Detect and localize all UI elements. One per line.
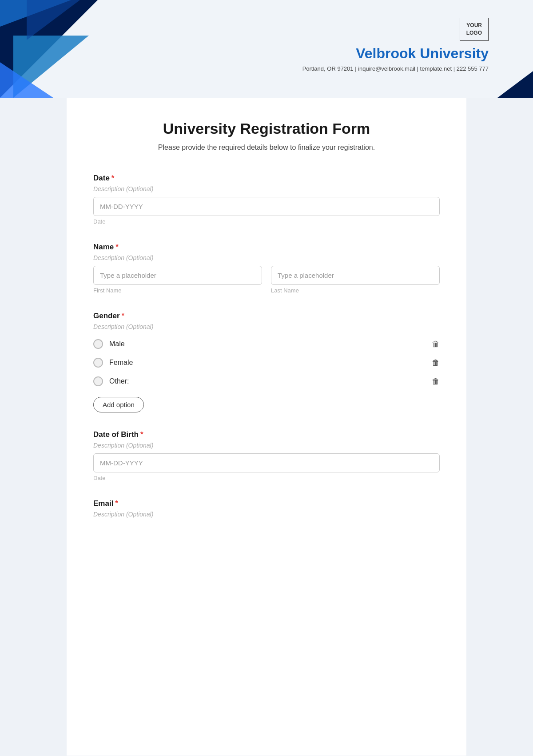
gender-option-female: Female 🗑 [93, 353, 440, 372]
date-sublabel: Date [93, 218, 440, 225]
gender-section: Gender* Description (Optional) Male 🗑 Fe… [93, 312, 440, 412]
radio-female-label: Female [109, 359, 133, 367]
dob-input[interactable] [93, 453, 440, 472]
add-option-button[interactable]: Add option [93, 397, 144, 412]
university-name: Velbrook University [302, 45, 489, 62]
date-section: Date* Description (Optional) Date [93, 174, 440, 225]
delete-male-icon[interactable]: 🗑 [432, 340, 440, 349]
gender-option-male: Male 🗑 [93, 335, 440, 353]
first-name-input[interactable] [93, 266, 262, 285]
last-name-col: Last Name [271, 266, 440, 294]
page-header: YOUR LOGO Velbrook University Portland, … [0, 0, 533, 98]
date-label: Date* [93, 174, 440, 183]
dob-description: Description (Optional) [93, 442, 440, 449]
email-label: Email* [93, 499, 440, 508]
radio-other-label: Other: [109, 377, 129, 385]
header-left-decoration [0, 0, 133, 98]
name-section: Name* Description (Optional) First Name … [93, 243, 440, 294]
radio-male-label: Male [109, 340, 125, 348]
email-section: Email* Description (Optional) [93, 499, 440, 518]
form-title: University Registration Form [93, 120, 440, 137]
gender-required: * [122, 312, 125, 320]
header-right-decoration [497, 71, 533, 98]
dob-required: * [140, 430, 143, 439]
name-required: * [115, 243, 119, 251]
email-description: Description (Optional) [93, 511, 440, 518]
last-name-sublabel: Last Name [271, 287, 440, 294]
university-contact: Portland, OR 97201 | inquire@velbrook.ma… [302, 65, 489, 72]
gender-description: Description (Optional) [93, 323, 440, 330]
radio-female[interactable] [93, 358, 103, 368]
dob-label: Date of Birth* [93, 430, 440, 439]
name-description: Description (Optional) [93, 254, 440, 261]
logo-box: YOUR LOGO [460, 18, 489, 41]
delete-other-icon[interactable]: 🗑 [432, 377, 440, 386]
first-name-col: First Name [93, 266, 262, 294]
header-content: YOUR LOGO Velbrook University Portland, … [302, 18, 489, 72]
date-required: * [111, 174, 115, 182]
dob-sublabel: Date [93, 475, 440, 481]
name-row: First Name Last Name [93, 266, 440, 294]
date-description: Description (Optional) [93, 185, 440, 192]
name-label: Name* [93, 243, 440, 252]
first-name-sublabel: First Name [93, 287, 262, 294]
email-required: * [115, 499, 118, 508]
form-container: University Registration Form Please prov… [67, 98, 466, 756]
dob-section: Date of Birth* Description (Optional) Da… [93, 430, 440, 481]
gender-option-other: Other: 🗑 [93, 372, 440, 391]
form-subtitle: Please provide the required details belo… [93, 144, 440, 152]
last-name-input[interactable] [271, 266, 440, 285]
radio-other[interactable] [93, 376, 103, 386]
delete-female-icon[interactable]: 🗑 [432, 358, 440, 368]
date-input[interactable] [93, 197, 440, 216]
gender-label: Gender* [93, 312, 440, 320]
radio-male[interactable] [93, 339, 103, 349]
